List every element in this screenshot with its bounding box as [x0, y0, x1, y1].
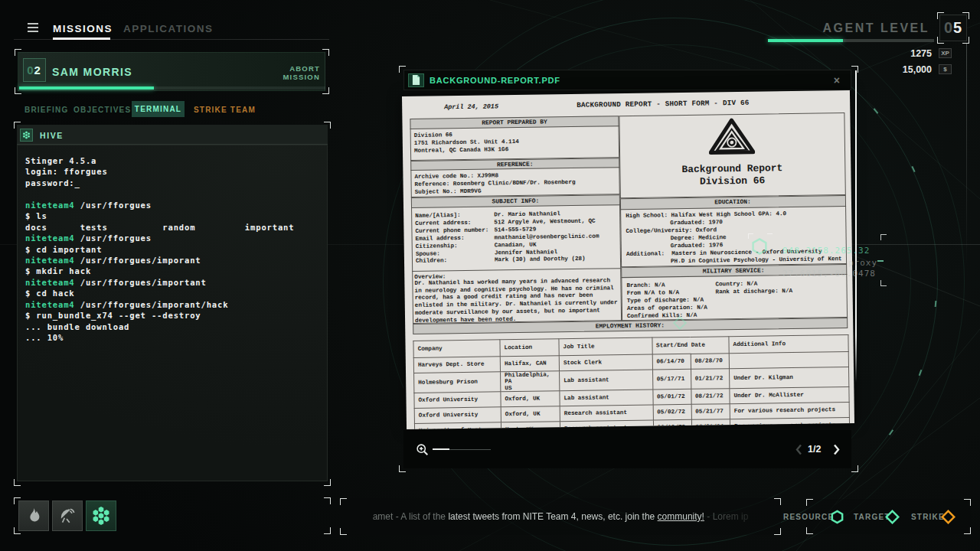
xp-badge: XP	[939, 48, 952, 58]
zoom-icon[interactable]	[416, 443, 429, 456]
pdf-scrollbar[interactable]	[855, 70, 857, 383]
hud-proxy-label: proxy	[848, 258, 877, 268]
hud-coordinates: 948.2158.265.32	[782, 246, 870, 256]
prev-page-icon[interactable]	[795, 444, 802, 455]
menu-icon	[28, 23, 38, 24]
next-page-icon[interactable]	[833, 444, 840, 455]
employment-table-wrap: CompanyLocationJob TitleStart/End DateAd…	[413, 334, 849, 429]
hud-bracket-tl	[880, 234, 887, 240]
hud-corner-mark	[767, 233, 773, 239]
hud-coordinates-2: 27.6815,-86.0478	[782, 269, 876, 279]
menu-button[interactable]	[28, 23, 38, 34]
mission-progress	[19, 86, 325, 90]
pdf-modal-header[interactable]: BACKGROUND-REPORT.PDF ×	[403, 70, 851, 90]
mission-name: SAM MORRIS	[52, 66, 132, 78]
doc-title: BACKGROUND REPORT - SHORT FORM - DIV 66	[577, 99, 750, 109]
resource-label: RESOURCE	[783, 513, 834, 521]
strike-label: STRIKE	[911, 513, 945, 521]
agent-level-label: AGENT LEVEL	[822, 21, 929, 35]
ticker-text-left: amet - A list of the	[373, 511, 449, 522]
news-ticker: amet - A list of the latest tweets from …	[343, 511, 778, 522]
hud-hexagon-icon	[750, 237, 769, 256]
doc-subject-fields: Name/[Alias]:Dr. Mario NathanielCurrent …	[415, 210, 599, 266]
left-divider	[14, 39, 329, 40]
xp-value: 1275	[855, 48, 932, 59]
strike-diamond-icon	[941, 510, 956, 524]
close-icon[interactable]: ×	[834, 74, 840, 86]
terminal-title: HIVE	[40, 131, 64, 140]
resource-hexagon-icon	[830, 510, 844, 524]
money-badge: $	[939, 64, 952, 74]
tab-applications[interactable]: APPLICATIONS	[123, 23, 214, 34]
target-diamond-icon	[885, 510, 900, 524]
game-screen: MISSIONS APPLICATIONS AGENT LEVEL 05 127…	[0, 0, 980, 551]
tab-terminal[interactable]: TERMINAL	[132, 101, 185, 117]
division-66-logo	[708, 118, 755, 155]
hud-corner-mark	[748, 233, 753, 239]
satellite-dish-icon	[59, 507, 76, 524]
doc-date: April 24, 2015	[444, 103, 498, 111]
hairline-horizontal-right	[855, 244, 980, 245]
radar-tick	[877, 260, 884, 262]
pdf-modal-title: BACKGROUND-REPORT.PDF	[430, 76, 560, 85]
dock-button-hive[interactable]	[86, 500, 116, 531]
agent-level-progress	[768, 39, 934, 42]
ticker-text-main: latest tweets from NITE Team 4, news, et…	[448, 511, 657, 522]
doc-logo-title: Background ReportDivision 66	[619, 161, 845, 189]
hud-bracket-bl	[880, 280, 887, 286]
hud-diamond-icon	[672, 315, 688, 331]
hive-icon	[22, 131, 31, 139]
tab-missions[interactable]: MISSIONS	[53, 23, 113, 34]
doc-reference-lines: Archive code No.: XJ99M8Reference: Rosen…	[414, 171, 575, 196]
terminal-output: Stinger 4.5.alogin: fforguespassword:_ n…	[25, 155, 324, 343]
doc-military-lines: Branch: N/ACountry: N/AFrom N/A to N/ARa…	[626, 279, 792, 320]
zoom-slider-fill[interactable]	[433, 448, 449, 450]
doc-overview-text: Dr. Nathaniel has worked many years in a…	[414, 277, 617, 324]
employment-table: CompanyLocationJob TitleStart/End DateAd…	[413, 334, 849, 429]
hive-icon	[91, 506, 111, 526]
pdf-viewer-toolbar: 1/2	[403, 430, 851, 468]
tab-objectives[interactable]: OBJECTIVES	[74, 106, 131, 114]
mission-number: 02	[23, 58, 46, 82]
abort-mission-button[interactable]: ABORTMISSION	[253, 64, 320, 81]
money-value: 15,000	[855, 64, 932, 75]
dock-button-satellite[interactable]	[52, 500, 83, 531]
tab-strike-team[interactable]: STRIKE TEAM	[194, 106, 256, 114]
ticker-text-right: - Lorem ip	[704, 511, 748, 522]
page-indicator: 1/2	[808, 444, 821, 455]
dock-button-flame[interactable]	[18, 500, 49, 531]
pdf-document-page: April 24, 2015 BACKGROUND REPORT - SHORT…	[402, 90, 854, 429]
tab-briefing[interactable]: BRIEFING	[24, 106, 68, 114]
flame-icon	[25, 507, 42, 524]
doc-prepared-by-lines: Division 661751 Richardson St. Unit 4.11…	[414, 130, 519, 155]
hud-vertical-line	[966, 44, 967, 266]
hive-icon-box	[20, 129, 33, 142]
zoom-slider-track[interactable]	[449, 449, 491, 451]
ticker-text-link: community!	[658, 511, 704, 522]
pdf-file-icon-box	[408, 73, 424, 87]
pdf-file-icon	[412, 75, 420, 85]
doc-education-lines: High School: Halifax West High School GP…	[626, 209, 842, 266]
agent-level-value: 05	[939, 15, 967, 41]
